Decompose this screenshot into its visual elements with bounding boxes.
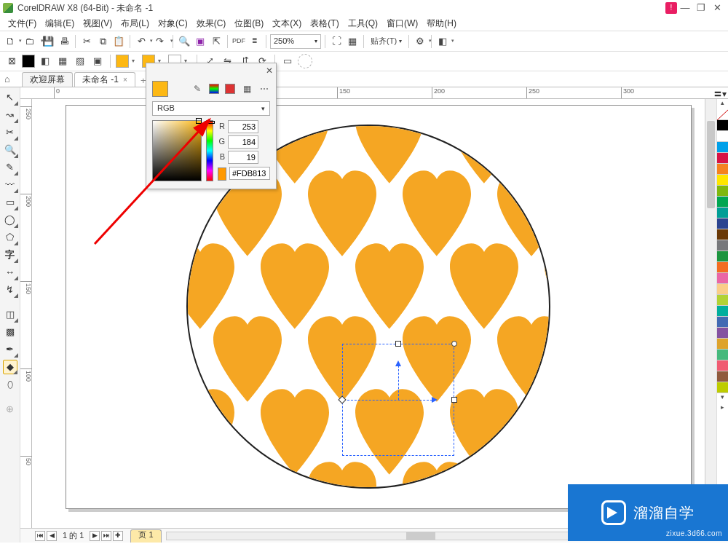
open-button[interactable]: 🗀▾ <box>19 34 39 49</box>
palette-swatch[interactable] <box>717 240 728 251</box>
palette-swatch[interactable] <box>717 317 728 328</box>
eyedropper-icon[interactable]: ✎ <box>191 83 203 95</box>
palette-swatch[interactable] <box>717 175 728 186</box>
palette-swatch[interactable] <box>717 197 728 208</box>
export-button[interactable]: ⇱ <box>209 34 223 49</box>
import-button[interactable]: ▣ <box>193 34 207 49</box>
close-button[interactable]: ✕ <box>709 2 725 14</box>
tab-document[interactable]: 未命名 -1× <box>74 72 135 87</box>
artistic-tool[interactable]: 〰 <box>3 178 17 192</box>
new-button[interactable]: 🗋▾ <box>3 34 17 49</box>
canvas[interactable] <box>32 99 705 528</box>
ellipse-tool[interactable]: ◯ <box>3 213 17 227</box>
wrap-icon[interactable] <box>298 54 312 68</box>
menu-edit[interactable]: 编辑(E) <box>41 17 78 30</box>
two-color-front-swatch[interactable] <box>116 55 129 68</box>
color-hex-input[interactable] <box>229 167 270 180</box>
menu-window[interactable]: 窗口(W) <box>383 17 422 30</box>
palette-swatch[interactable] <box>717 382 728 393</box>
color-viewers-icon[interactable] <box>225 84 235 94</box>
color-b-input[interactable] <box>228 151 258 164</box>
last-page-button[interactable]: ⏭ <box>101 531 111 541</box>
palette-swatch[interactable] <box>717 306 728 317</box>
menu-effect[interactable]: 效果(C) <box>193 17 230 30</box>
menu-file[interactable]: 文件(F) <box>4 17 40 30</box>
fullscreen-button[interactable]: ⛶ <box>329 34 344 49</box>
notification-badge-icon[interactable]: ! <box>665 2 677 14</box>
ruler-options-icon[interactable]: 〓▾ <box>713 89 727 99</box>
close-tab-icon[interactable]: × <box>123 76 127 84</box>
page-tab[interactable]: 页 1 <box>130 529 161 543</box>
hue-slider[interactable] <box>206 120 213 181</box>
palette-swatch[interactable] <box>717 164 728 175</box>
ruler-horizontal[interactable]: 0 50 100 150 200 250 300 〓▾ <box>20 87 728 99</box>
dimension-tool[interactable]: ↔ <box>3 265 17 280</box>
text-tool[interactable]: 字 <box>3 248 17 262</box>
palette-swatch[interactable] <box>717 131 728 142</box>
color-palettes-icon[interactable]: ▦ <box>241 83 253 95</box>
palette-swatch[interactable] <box>717 371 728 382</box>
tab-welcome[interactable]: 欢迎屏幕 <box>22 72 73 87</box>
color-g-input[interactable] <box>228 135 258 149</box>
palette-swatch[interactable] <box>717 208 728 218</box>
menu-bitmap[interactable]: 位图(B) <box>231 17 267 30</box>
selection-handle-right[interactable] <box>451 397 457 403</box>
gradient-cursor[interactable] <box>196 118 202 124</box>
home-icon[interactable]: ⌂ <box>4 74 10 85</box>
polygon-tool[interactable]: ⬠ <box>3 230 17 245</box>
palette-no-color[interactable] <box>717 109 728 120</box>
color-gradient-field[interactable] <box>152 120 202 181</box>
minimize-button[interactable]: — <box>677 2 693 14</box>
shape-tool[interactable]: ↝ <box>3 108 17 122</box>
publish-pdf-button[interactable]: PDF <box>232 34 246 49</box>
ruler-vertical[interactable]: 250 200 150 100 50 <box>20 99 32 528</box>
maximize-button[interactable]: ❐ <box>693 2 709 14</box>
palette-swatch[interactable] <box>717 350 728 360</box>
pattern-fill-icon[interactable]: ▦ <box>55 54 70 68</box>
picker-more-icon[interactable]: ⋯ <box>258 83 270 95</box>
color-r-input[interactable] <box>228 120 258 133</box>
palette-swatch[interactable] <box>717 328 728 339</box>
rectangle-tool[interactable]: ▭ <box>3 195 17 210</box>
align-icon[interactable]: ▭ <box>280 54 295 68</box>
cut-button[interactable]: ✂ <box>79 34 94 49</box>
fountain-fill-icon[interactable]: ◧ <box>38 54 52 68</box>
palette-swatch[interactable] <box>717 120 728 131</box>
palette-swatch[interactable] <box>717 229 728 240</box>
print-button[interactable]: 🖶 <box>57 34 71 49</box>
palette-swatch[interactable] <box>717 284 728 295</box>
menu-tools[interactable]: 工具(Q) <box>344 17 381 30</box>
eyedropper-tool[interactable]: ✒ <box>3 342 17 357</box>
color-sliders-icon[interactable] <box>209 84 219 94</box>
crop-tool[interactable]: ✂ <box>3 125 17 140</box>
picker-close-icon[interactable]: ✕ <box>266 66 273 76</box>
paste-button[interactable]: 📋 <box>111 34 126 49</box>
search-button[interactable]: 🔍 <box>177 34 191 49</box>
dropshadow-tool[interactable]: ◫ <box>3 307 17 322</box>
menu-help[interactable]: 帮助(H) <box>423 17 460 30</box>
palette-swatch[interactable] <box>717 251 728 262</box>
palette-down-button[interactable]: ▾ <box>717 393 728 403</box>
first-page-button[interactable]: ⏮ <box>35 531 45 541</box>
zoom-tool[interactable]: 🔍 <box>3 143 17 157</box>
launch-button[interactable]: ◧▾ <box>435 34 450 49</box>
palette-swatch[interactable] <box>717 218 728 229</box>
selection-handle-corner[interactable] <box>451 341 457 347</box>
menu-view[interactable]: 视图(V) <box>79 17 116 30</box>
palette-swatch[interactable] <box>717 360 728 371</box>
add-tool-button[interactable]: ⊕ <box>3 402 17 417</box>
palette-swatch[interactable] <box>717 339 728 350</box>
rulers-button[interactable]: ▦ <box>345 34 360 49</box>
zoom-level-input[interactable]: 250%▾ <box>270 34 321 49</box>
no-fill-icon[interactable]: ⊠ <box>4 54 19 68</box>
fill-tile-selection[interactable] <box>342 344 454 456</box>
palette-swatch[interactable] <box>717 262 728 273</box>
interactive-fill-tool[interactable]: ◆ <box>3 360 17 374</box>
vertical-scrollbar[interactable] <box>705 99 716 528</box>
palette-swatch[interactable] <box>717 142 728 153</box>
postscript-fill-icon[interactable]: ▣ <box>90 54 105 68</box>
palette-swatch[interactable] <box>717 273 728 284</box>
color-model-dropdown[interactable]: RGB▾ <box>152 101 270 116</box>
freehand-tool[interactable]: ✎ <box>3 160 17 175</box>
outline-tool[interactable]: ⬯ <box>3 377 17 392</box>
